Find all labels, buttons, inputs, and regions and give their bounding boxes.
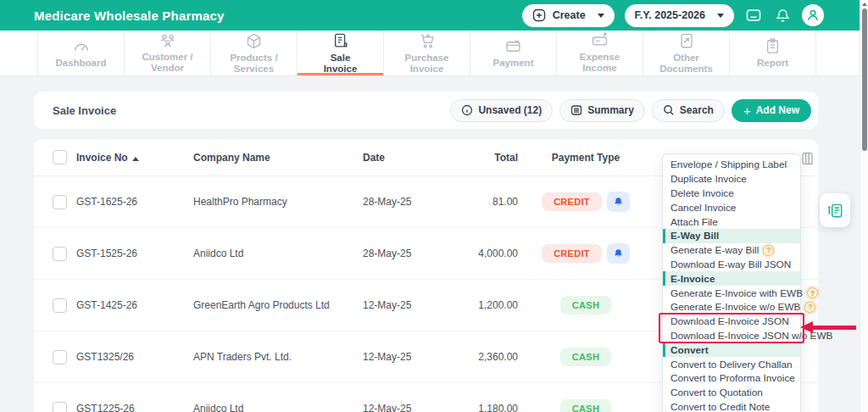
payment-reminder-bell-icon[interactable]	[607, 243, 630, 264]
menu-item-label: Convert to Proforma Invoice	[670, 372, 795, 384]
fiscal-year-label: F.Y. 2025-2026	[635, 9, 705, 21]
menu-item-label: E-Way Bill	[670, 230, 719, 242]
search-button-label: Search	[680, 104, 714, 116]
tab-label: Other Documents	[659, 53, 713, 75]
payment-icon	[504, 38, 522, 55]
menu-item-label: Duplicate Invoice	[670, 173, 747, 185]
tab-other-documents[interactable]: Other Documents	[643, 31, 730, 75]
menu-item-convert-to-proforma-invoice[interactable]: Convert to Proforma Invoice	[663, 371, 800, 386]
column-header-payment-type[interactable]: Payment Type	[518, 152, 654, 164]
unsaved-button-label: Unsaved (12)	[478, 104, 542, 116]
primary-navigation: DashboardCustomer / VendorProducts / Ser…	[0, 31, 860, 76]
menu-item-convert-to-delivery-challan[interactable]: Convert to Delivery Challan	[663, 357, 800, 371]
tab-products-services[interactable]: Products / Services	[211, 31, 298, 75]
keypad-icon[interactable]	[744, 6, 763, 25]
vertical-scrollbar[interactable]	[860, 0, 868, 412]
cell-invoice-no: GST1325/26	[76, 351, 193, 363]
cell-invoice-no: GST1225-26	[76, 403, 193, 412]
tab-label: Customer / Vendor	[125, 52, 210, 74]
tab-sale-invoice[interactable]: Sale Invoice	[298, 31, 384, 75]
tab-label: Products / Services	[211, 53, 297, 75]
cell-company: APN Traders Pvt. Ltd.	[193, 351, 363, 363]
menu-item-label: Envelope / Shipping Label	[670, 159, 787, 170]
menu-item-generate-e-way-bill[interactable]: Generate E-way Bill?	[663, 243, 800, 258]
menu-item-attach-file[interactable]: Attach File	[663, 214, 800, 229]
menu-item-label: Convert to Quotation	[670, 387, 763, 398]
create-button[interactable]: Create	[522, 4, 615, 27]
tab-label: Expense Income	[580, 52, 620, 74]
summary-button[interactable]: Summary	[559, 99, 645, 122]
payment-type-badge[interactable]: CASH	[560, 348, 611, 366]
cell-total: 1,180.00	[443, 403, 518, 412]
tab-report[interactable]: Report	[730, 31, 816, 75]
menu-item-label: Download E-Invoice JSON	[670, 315, 789, 327]
plus-icon: +	[743, 104, 751, 117]
menu-item-convert-to-quotation[interactable]: Convert to Quotation	[663, 386, 800, 400]
manage-columns-icon[interactable]	[801, 152, 814, 169]
create-button-label: Create	[553, 9, 586, 21]
column-header-date[interactable]: Date	[363, 152, 443, 164]
page-toolbar: Sale Invoice Unsaved (12) Summary Search	[34, 92, 818, 129]
cell-date: 28-May-25	[363, 248, 443, 259]
ledger-shortcut-button[interactable]	[820, 193, 850, 227]
cell-company: GreenEarth Agro Products Ltd	[193, 299, 363, 311]
menu-item-label: Convert	[670, 344, 709, 356]
menu-section-convert: Convert	[663, 342, 800, 357]
scrollbar-thumb[interactable]	[862, 8, 867, 151]
tab-customer-vendor[interactable]: Customer / Vendor	[125, 31, 211, 75]
column-header-company-name[interactable]: Company Name	[193, 152, 363, 164]
menu-item-generate-e-invoice-w-o-ewb[interactable]: Generate E-Invoice w/o EWB?	[663, 300, 800, 315]
notifications-bell-icon[interactable]	[773, 6, 792, 25]
tab-payment[interactable]: Payment	[470, 31, 557, 75]
menu-item-download-e-invoice-json-w-o-ewb[interactable]: Download E-Invoice JSON w/o EWB	[663, 329, 800, 343]
add-new-button[interactable]: + Add New	[732, 99, 811, 122]
payment-type-badge[interactable]: CASH	[560, 399, 611, 412]
menu-item-label: Generate E-Invoice with EWB	[670, 287, 803, 299]
products-services-icon	[245, 32, 263, 50]
payment-type-badge[interactable]: CREDIT	[542, 192, 602, 211]
scrollbar-up-arrow[interactable]	[862, 3, 867, 6]
search-button[interactable]: Search	[652, 99, 725, 122]
row-checkbox[interactable]	[53, 402, 67, 412]
payment-reminder-bell-icon[interactable]	[607, 192, 630, 212]
app-header: Medicare Wholesale Pharmacy Create F.Y. …	[0, 0, 860, 31]
unsaved-button[interactable]: Unsaved (12)	[450, 99, 553, 122]
chevron-down-icon	[598, 14, 604, 18]
menu-item-envelope-shipping-label[interactable]: Envelope / Shipping Label	[663, 158, 800, 172]
row-checkbox[interactable]	[53, 195, 67, 209]
annotation-arrow	[812, 326, 856, 330]
info-icon	[461, 104, 473, 116]
menu-item-label: Delete Invoice	[670, 187, 734, 199]
payment-type-badge[interactable]: CASH	[560, 296, 611, 315]
row-checkbox[interactable]	[53, 350, 67, 365]
annotation-arrow-head	[800, 321, 813, 333]
select-all-checkbox[interactable]	[53, 150, 67, 164]
tab-purchase-invoice[interactable]: Purchase Invoice	[384, 31, 470, 75]
app-title: Medicare Wholesale Pharmacy	[34, 8, 225, 23]
menu-item-delete-invoice[interactable]: Delete Invoice	[663, 187, 800, 201]
help-badge-icon[interactable]: ?	[763, 245, 774, 256]
menu-item-convert-to-credit-note[interactable]: Convert to Credit Note	[663, 400, 800, 412]
chevron-down-icon	[717, 14, 724, 18]
tab-label: Sale Invoice	[324, 53, 358, 75]
menu-section-e-way-bill: E-Way Bill	[663, 229, 800, 243]
menu-item-cancel-invoice[interactable]: Cancel Invoice	[663, 200, 800, 214]
user-avatar[interactable]	[802, 4, 824, 26]
menu-item-label: Convert to Credit Note	[670, 401, 770, 412]
fiscal-year-selector[interactable]: F.Y. 2025-2026	[625, 4, 734, 27]
menu-item-duplicate-invoice[interactable]: Duplicate Invoice	[663, 172, 800, 187]
column-header-invoice-no[interactable]: Invoice No	[76, 152, 193, 164]
menu-item-label: Convert to Delivery Challan	[670, 359, 793, 370]
menu-item-download-e-way-bill-json[interactable]: Download E-way Bill JSON	[663, 258, 800, 272]
cell-date: 12-May-25	[363, 403, 443, 412]
cell-date: 12-May-25	[363, 299, 443, 311]
tab-expense-income[interactable]: Expense Income	[557, 31, 643, 75]
column-header-total[interactable]: Total	[443, 152, 518, 164]
menu-item-generate-e-invoice-with-ewb[interactable]: Generate E-Invoice with EWB?	[663, 286, 800, 300]
invoice-actions-menu: Envelope / Shipping LabelDuplicate Invoi…	[662, 153, 801, 412]
row-checkbox[interactable]	[53, 247, 67, 261]
menu-item-download-e-invoice-json[interactable]: Download E-Invoice JSON	[663, 315, 800, 329]
row-checkbox[interactable]	[53, 298, 67, 313]
payment-type-badge[interactable]: CREDIT	[542, 244, 602, 263]
tab-dashboard[interactable]: Dashboard	[37, 31, 125, 75]
